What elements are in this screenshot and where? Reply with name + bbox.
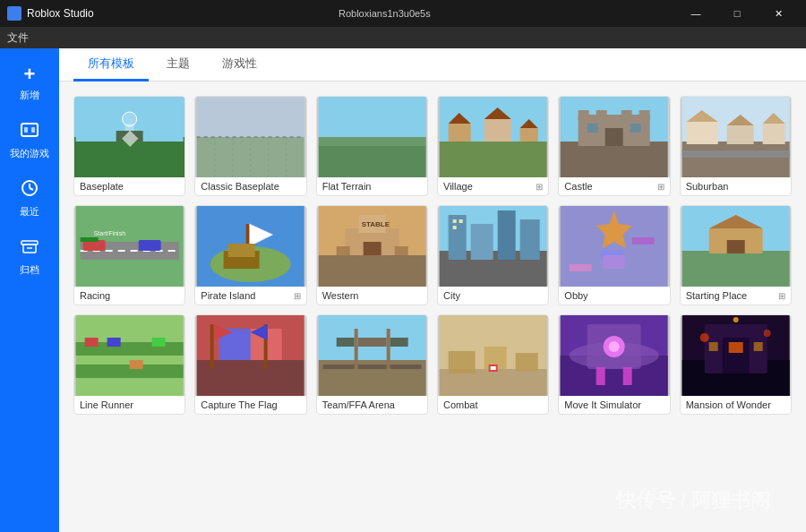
minimize-button[interactable]: — — [675, 0, 716, 27]
titlebar: Roblox Studio Robloxians1n3u0e5s — □ ✕ — [0, 0, 806, 27]
svg-rect-135 — [728, 342, 742, 353]
template-thumb-western: STABLE — [317, 206, 427, 287]
svg-rect-129 — [596, 367, 605, 385]
template-thumb-racing: Start/Finish — [74, 206, 184, 287]
template-name-combat: Combat — [443, 399, 478, 410]
tab-theme[interactable]: 主题 — [152, 48, 204, 82]
template-combat[interactable]: Combat — [437, 314, 549, 415]
template-name-city: City — [443, 290, 460, 301]
svg-rect-72 — [363, 242, 381, 255]
svg-rect-57 — [81, 237, 99, 242]
menu-file[interactable]: 文件 — [7, 30, 29, 46]
template-racing[interactable]: Start/Finish Racing — [73, 205, 185, 305]
close-button[interactable]: ✕ — [758, 0, 799, 27]
template-info-mansion: Mansion of Wonder — [681, 396, 791, 414]
template-icon-pirate: ⊞ — [294, 291, 301, 301]
sidebar: + 新增 我的游戏 最近 — [0, 48, 59, 532]
template-suburban[interactable]: Suburban — [680, 96, 792, 196]
template-city[interactable]: City — [437, 205, 549, 305]
template-name-starting: Starting Place — [686, 290, 747, 301]
svg-rect-75 — [449, 215, 467, 260]
svg-rect-111 — [354, 329, 357, 369]
svg-rect-56 — [139, 240, 161, 251]
template-info-racing: Racing — [74, 287, 184, 305]
template-info-linerunner: Line Runner — [74, 396, 184, 414]
template-thumb-pirate — [195, 206, 305, 287]
content: 所有模板 主题 游戏性 — [59, 48, 806, 532]
svg-rect-26 — [440, 142, 547, 177]
titlebar-title: Roblox Studio — [27, 7, 94, 20]
sidebar-item-my-games[interactable]: 我的游戏 — [4, 113, 56, 167]
template-team-ffa-arena[interactable]: Team/FFA Arena — [316, 314, 428, 415]
template-line-runner[interactable]: Line Runner — [73, 314, 185, 415]
titlebar-user: Robloxians1n3u0e5s — [339, 8, 431, 19]
svg-rect-113 — [336, 338, 354, 347]
template-thumb-starting — [681, 206, 791, 287]
svg-rect-83 — [570, 264, 592, 271]
svg-rect-81 — [453, 226, 457, 229]
template-thumb-classic — [195, 97, 305, 177]
template-baseplate[interactable]: Baseplate — [73, 96, 185, 196]
archive-icon — [20, 236, 39, 261]
svg-rect-97 — [107, 338, 121, 347]
svg-rect-110 — [322, 365, 421, 369]
template-info-city: City — [438, 287, 548, 305]
svg-rect-44 — [682, 142, 789, 177]
template-obby[interactable]: Obby — [558, 205, 670, 305]
svg-rect-49 — [762, 124, 785, 144]
svg-marker-11 — [125, 124, 134, 142]
games-icon — [20, 120, 39, 144]
template-name-classic: Classic Baseplate — [201, 181, 279, 192]
template-starting-place[interactable]: Starting Place ⊞ — [680, 205, 792, 305]
template-classic-baseplate[interactable]: Classic Baseplate — [194, 96, 306, 196]
svg-rect-96 — [85, 338, 99, 347]
sidebar-item-new[interactable]: + 新增 — [4, 56, 56, 109]
template-thumb-suburban — [681, 97, 791, 177]
template-thumb-village — [438, 97, 548, 177]
clock-icon — [20, 178, 39, 202]
template-info-ctf: Capture The Flag — [195, 396, 305, 414]
svg-rect-23 — [318, 146, 425, 177]
svg-rect-137 — [753, 342, 762, 351]
template-thumb-baseplate — [74, 97, 184, 177]
template-thumb-ctf — [195, 315, 305, 396]
template-castle[interactable]: Castle ⊞ — [558, 96, 670, 196]
svg-rect-64 — [228, 244, 255, 257]
template-capture-the-flag[interactable]: Capture The Flag — [194, 314, 306, 415]
svg-rect-0 — [21, 124, 38, 136]
svg-text:Start/Finish: Start/Finish — [94, 230, 126, 236]
svg-rect-120 — [516, 353, 538, 371]
svg-rect-36 — [579, 110, 589, 121]
tab-all[interactable]: 所有模板 — [73, 48, 149, 82]
sidebar-item-recent[interactable]: 最近 — [4, 171, 56, 226]
template-info-suburban: Suburban — [681, 177, 791, 195]
template-info-flat: Flat Terrain — [317, 177, 427, 195]
tab-gameplay[interactable]: 游戏性 — [208, 48, 271, 82]
template-western[interactable]: STABLE Western — [316, 205, 428, 305]
svg-rect-34 — [561, 142, 668, 177]
svg-rect-31 — [520, 128, 538, 142]
svg-rect-45 — [686, 122, 717, 144]
template-name-flat: Flat Terrain — [322, 181, 372, 192]
template-mansion-of-wonder[interactable]: Mansion of Wonder — [680, 314, 792, 415]
svg-rect-27 — [449, 124, 471, 142]
template-flat-terrain[interactable]: Flat Terrain — [316, 96, 428, 196]
svg-rect-99 — [152, 338, 166, 347]
template-info-village: Village ⊞ — [438, 177, 548, 195]
maximize-button[interactable]: □ — [716, 0, 758, 27]
template-village[interactable]: Village ⊞ — [437, 96, 549, 196]
svg-point-138 — [699, 333, 708, 342]
template-pirate-island[interactable]: Pirate Island ⊞ — [194, 205, 306, 305]
sidebar-item-archive[interactable]: 归档 — [4, 229, 56, 284]
template-name-obby: Obby — [564, 290, 587, 301]
template-name-suburban: Suburban — [686, 181, 729, 192]
svg-rect-71 — [394, 246, 407, 255]
svg-point-13 — [123, 112, 137, 126]
svg-rect-42 — [630, 124, 641, 133]
svg-rect-122 — [491, 366, 496, 370]
svg-rect-98 — [130, 360, 143, 369]
main-layout: + 新增 我的游戏 最近 — [0, 48, 806, 532]
svg-rect-39 — [639, 110, 650, 121]
template-name-linerunner: Line Runner — [80, 399, 133, 410]
template-move-it-simulator[interactable]: Move It Simulator — [558, 314, 670, 415]
